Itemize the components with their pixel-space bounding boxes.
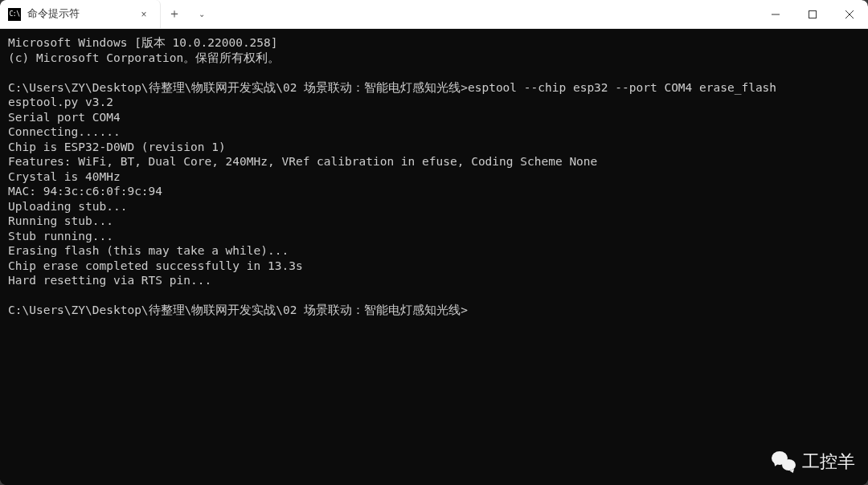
minimize-icon xyxy=(772,10,780,18)
close-icon xyxy=(845,10,854,18)
close-button[interactable] xyxy=(831,0,868,29)
terminal-output[interactable]: Microsoft Windows [版本 10.0.22000.258] (c… xyxy=(0,29,868,485)
tab-dropdown-button[interactable]: ⌄ xyxy=(188,0,215,28)
svg-rect-1 xyxy=(809,11,817,18)
titlebar-drag-region[interactable] xyxy=(215,0,757,28)
tab-close-button[interactable]: × xyxy=(137,8,150,21)
watermark-text: 工控羊 xyxy=(802,450,855,474)
maximize-icon xyxy=(809,10,817,18)
terminal-window: C:\ 命令提示符 × ＋ ⌄ Microsoft Windows [版本 10… xyxy=(0,0,868,485)
wechat-icon xyxy=(772,451,796,472)
window-controls xyxy=(757,0,868,28)
tab-title: 命令提示符 xyxy=(27,7,131,21)
maximize-button[interactable] xyxy=(794,0,831,29)
new-tab-button[interactable]: ＋ xyxy=(161,0,188,28)
cmd-icon: C:\ xyxy=(8,8,21,21)
tab-cmd[interactable]: C:\ 命令提示符 × xyxy=(0,0,161,28)
titlebar: C:\ 命令提示符 × ＋ ⌄ xyxy=(0,0,868,29)
minimize-button[interactable] xyxy=(757,0,794,29)
watermark: 工控羊 xyxy=(772,450,855,474)
